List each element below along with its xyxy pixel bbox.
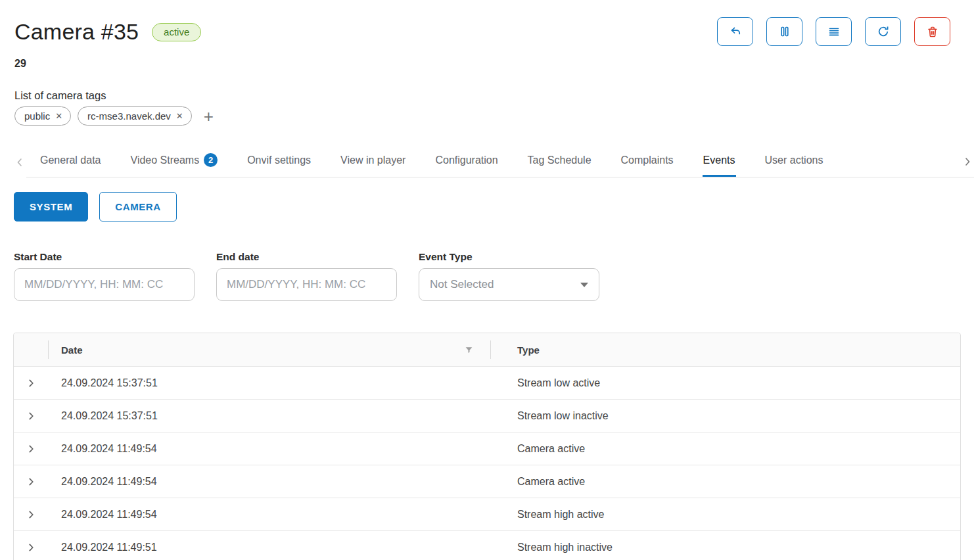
event-type-label: Event Type	[419, 251, 599, 263]
event-source-toggle: SYSTEM CAMERA	[14, 192, 974, 222]
undo-button[interactable]	[717, 17, 753, 46]
events-table: Date Type 24.09.2024 15:37:51	[13, 333, 961, 560]
date-column-header: Date	[61, 344, 83, 356]
add-tag-icon[interactable]: +	[204, 110, 214, 123]
tag-chip-label: rc-mse3.navek.dev	[87, 110, 171, 122]
tab-label: User actions	[765, 154, 823, 166]
event-date-cell: 24.09.2024 11:49:51	[48, 542, 490, 553]
tab[interactable]: View in player	[340, 148, 406, 176]
row-expand-button[interactable]	[14, 465, 48, 498]
tab[interactable]: Video Streams 2	[130, 147, 219, 177]
tab-label: General data	[40, 154, 101, 166]
tab-bar: General data Video Streams 2 Onvif setti…	[13, 147, 974, 177]
chip-close-icon[interactable]: ✕	[176, 112, 183, 120]
tab-label: Onvif settings	[247, 154, 311, 166]
tab-label: Video Streams	[131, 154, 200, 166]
chevron-right-icon	[26, 542, 36, 553]
tab-label: Complaints	[621, 154, 674, 166]
tab-label: Events	[703, 154, 735, 166]
chevron-right-icon	[26, 509, 36, 520]
end-date-label: End date	[216, 251, 397, 263]
table-header-row: Date Type	[14, 333, 960, 366]
row-expand-button[interactable]	[14, 432, 48, 465]
event-table-row[interactable]: 24.09.2024 15:37:51 Stream low active	[14, 366, 960, 399]
event-type-select[interactable]: Not Selected	[419, 268, 599, 301]
chevron-left-icon	[14, 157, 25, 168]
status-badge: active	[152, 23, 201, 41]
undo-icon	[728, 24, 743, 39]
pause-button[interactable]	[766, 17, 802, 46]
type-column-header: Type	[517, 344, 540, 356]
tab[interactable]: Onvif settings	[246, 148, 312, 176]
list-button[interactable]	[816, 17, 852, 46]
camera-details-page: Camera #35 active	[0, 0, 974, 560]
pause-icon	[777, 24, 792, 39]
system-button[interactable]: SYSTEM	[14, 192, 88, 222]
page-header: Camera #35 active	[0, 0, 974, 126]
event-type-value: Not Selected	[430, 278, 494, 291]
refresh-button[interactable]	[865, 17, 901, 46]
tabs-scroll-left-button[interactable]	[13, 147, 26, 177]
tab[interactable]: Complaints	[620, 148, 674, 176]
filter-funnel-icon[interactable]	[465, 346, 473, 354]
tab-label: Tag Schedule	[528, 154, 591, 166]
tab-label: Configuration	[435, 154, 498, 166]
event-table-row[interactable]: 24.09.2024 11:49:54 Stream high active	[14, 498, 960, 530]
event-date-cell: 24.09.2024 11:49:54	[48, 509, 490, 521]
chevron-right-icon	[26, 444, 36, 454]
event-table-row[interactable]: 24.09.2024 15:37:51 Stream low inactive	[14, 399, 960, 432]
tab[interactable]: User actions	[764, 148, 824, 176]
chevron-right-icon	[962, 156, 973, 167]
dropdown-caret-icon	[580, 283, 588, 287]
tag-chip[interactable]: rc-mse3.navek.dev ✕	[78, 106, 192, 126]
event-type-field-group: Event Type Not Selected	[419, 251, 599, 301]
tab-label: View in player	[340, 154, 406, 166]
camera-number: 29	[14, 58, 950, 70]
event-date-cell: 24.09.2024 11:49:54	[48, 476, 490, 488]
tab[interactable]: Configuration	[434, 148, 498, 176]
event-type-cell: Stream high inactive	[490, 542, 960, 553]
end-date-input[interactable]	[216, 268, 397, 301]
chevron-right-icon	[26, 378, 36, 388]
event-date-cell: 24.09.2024 11:49:54	[48, 443, 490, 455]
event-type-cell: Stream low inactive	[490, 410, 960, 422]
event-table-row[interactable]: 24.09.2024 11:49:54 Camera active	[14, 432, 960, 465]
tab-count-badge: 2	[204, 153, 218, 167]
tab[interactable]: Events	[703, 148, 736, 176]
refresh-icon	[876, 24, 891, 39]
chevron-right-icon	[26, 477, 36, 487]
tag-chip[interactable]: public ✕	[14, 106, 71, 126]
event-date-cell: 24.09.2024 15:37:51	[48, 410, 490, 422]
event-table-row[interactable]: 24.09.2024 11:49:51 Stream high inactive	[14, 530, 960, 560]
event-type-cell: Stream high active	[490, 509, 960, 521]
start-date-input[interactable]	[14, 268, 195, 301]
page-title: Camera #35	[14, 19, 139, 45]
start-date-field-group: Start Date	[14, 251, 195, 301]
event-date-cell: 24.09.2024 15:37:51	[48, 377, 490, 389]
chevron-right-icon	[26, 411, 36, 421]
list-icon	[827, 24, 841, 39]
tags-label: List of camera tags	[14, 89, 950, 102]
event-type-cell: Camera active	[490, 443, 960, 455]
delete-button[interactable]	[914, 17, 950, 46]
event-table-row[interactable]: 24.09.2024 11:49:54 Camera active	[14, 465, 960, 498]
event-type-cell: Stream low active	[490, 377, 960, 389]
event-filters: Start Date End date Event Type Not Selec…	[14, 251, 974, 301]
row-expand-button[interactable]	[14, 498, 48, 530]
trash-icon	[925, 24, 940, 39]
row-expand-button[interactable]	[14, 400, 48, 432]
start-date-label: Start Date	[14, 251, 195, 263]
camera-button[interactable]: CAMERA	[99, 192, 176, 222]
row-expand-button[interactable]	[14, 367, 48, 399]
tag-chips: public ✕ rc-mse3.navek.dev ✕ +	[14, 106, 950, 126]
row-expand-button[interactable]	[14, 531, 48, 560]
tab[interactable]: Tag Schedule	[527, 148, 592, 176]
event-type-cell: Camera active	[490, 476, 960, 488]
header-toolbar	[717, 17, 950, 46]
tabs-scroll-right-button[interactable]	[961, 156, 974, 167]
chip-close-icon[interactable]: ✕	[55, 112, 62, 120]
tab[interactable]: General data	[39, 148, 102, 176]
tag-chip-label: public	[24, 110, 50, 122]
end-date-field-group: End date	[216, 251, 397, 301]
